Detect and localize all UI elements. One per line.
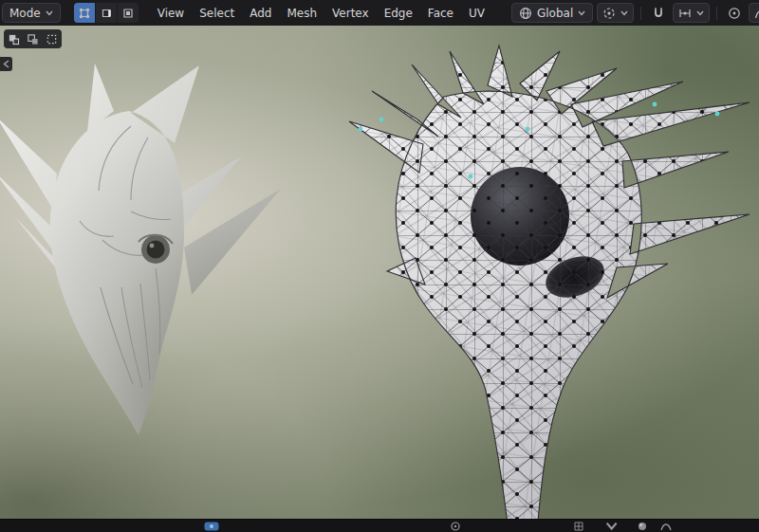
header-right-cluster: Global <box>511 3 759 23</box>
vertex-dots <box>332 38 759 519</box>
chevron-down-icon <box>620 10 628 16</box>
mode-label: Mode <box>9 7 41 20</box>
separator <box>640 7 641 20</box>
proportional-circle-icon <box>728 7 741 20</box>
select-new-icon <box>8 33 20 46</box>
skull-shading <box>50 111 281 435</box>
falloff-dropdown[interactable] <box>749 3 759 23</box>
status-bar <box>0 519 759 532</box>
model-shaded[interactable] <box>0 50 302 449</box>
menu-bar: View Select Add Mesh Vertex Edge Face UV <box>150 3 492 24</box>
tool-settings-bar <box>4 29 62 48</box>
globe-icon <box>519 7 532 20</box>
menu-face[interactable]: Face <box>420 3 461 24</box>
snap-target-icon <box>678 7 692 20</box>
edge-select-button[interactable] <box>96 3 117 23</box>
chevron-down-icon <box>696 10 704 16</box>
chevron-down-icon[interactable] <box>605 522 618 531</box>
menu-view[interactable]: View <box>150 3 192 24</box>
magnet-icon <box>652 7 665 20</box>
viewport-3d[interactable] <box>0 26 759 519</box>
vertex-select-icon <box>78 7 91 20</box>
edge-select-icon <box>100 7 113 20</box>
menu-edge[interactable]: Edge <box>377 3 420 24</box>
viewport-header: Mode <box>0 0 759 26</box>
menu-uv[interactable]: UV <box>461 3 492 24</box>
menu-select[interactable]: Select <box>192 3 242 24</box>
arrow-left-icon <box>3 60 9 68</box>
menu-mesh[interactable]: Mesh <box>279 3 324 24</box>
vertex-select-button[interactable] <box>74 3 95 23</box>
active-marker-icon[interactable] <box>204 522 219 531</box>
snap-with-dropdown[interactable] <box>673 3 710 23</box>
model-edit-mesh[interactable] <box>332 38 759 519</box>
face-select-button[interactable] <box>118 3 139 23</box>
orientation-label: Global <box>537 7 573 20</box>
select-subtract-button[interactable] <box>44 31 60 46</box>
mode-dropdown[interactable]: Mode <box>2 3 61 23</box>
navigate-circle-icon[interactable] <box>451 522 460 531</box>
menu-vertex[interactable]: Vertex <box>324 3 377 24</box>
smooth-falloff-icon <box>754 7 759 20</box>
sphere-shading-icon[interactable] <box>638 522 647 531</box>
pivot-point-dropdown[interactable] <box>597 3 634 23</box>
select-subtract-icon <box>46 33 58 46</box>
select-extend-button[interactable] <box>25 31 41 46</box>
transform-orientation-dropdown[interactable]: Global <box>511 3 593 23</box>
blender-window: Mode <box>0 0 759 532</box>
face-select-icon <box>121 7 135 20</box>
proportional-editing-button[interactable] <box>724 3 745 23</box>
pivot-point-icon <box>602 7 616 20</box>
snap-toggle-button[interactable] <box>648 3 669 23</box>
select-new-button[interactable] <box>6 31 22 46</box>
select-extend-icon <box>27 33 39 46</box>
separator <box>716 7 717 20</box>
grid-icon[interactable] <box>574 522 583 531</box>
menu-add[interactable]: Add <box>242 3 279 24</box>
select-mode-group <box>74 3 139 23</box>
curve-icon[interactable] <box>660 522 672 531</box>
toolbar-expand-button[interactable] <box>0 57 12 71</box>
chevron-down-icon <box>578 10 585 16</box>
chevron-down-icon <box>46 10 53 16</box>
